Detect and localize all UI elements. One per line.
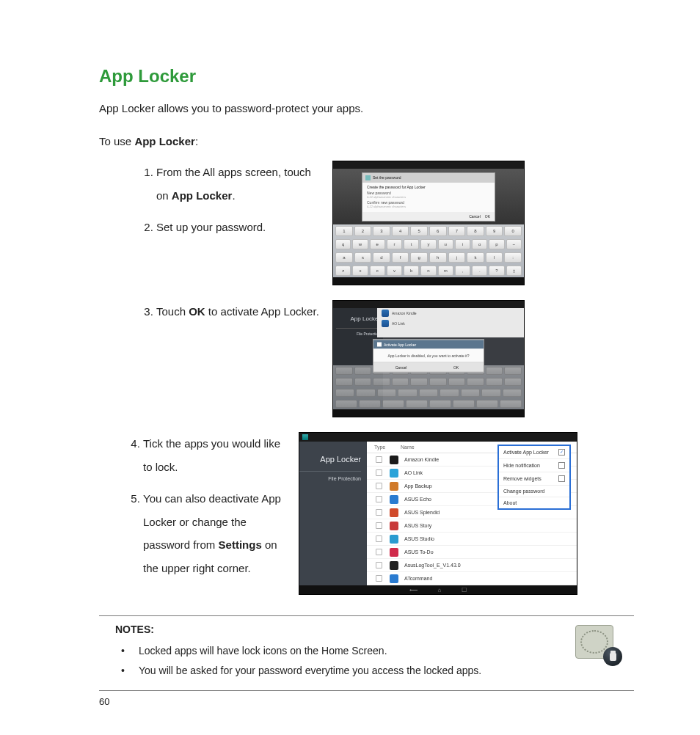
- checkbox-icon[interactable]: [558, 462, 565, 469]
- app-icon: [390, 561, 398, 570]
- dlg-title: Activate App Locker: [384, 343, 416, 347]
- cancel-button[interactable]: Cancel: [373, 363, 429, 372]
- app-checkbox[interactable]: [376, 575, 382, 582]
- app-icon: [390, 548, 398, 557]
- step-3: Touch OK to activate App Locker.: [156, 300, 319, 323]
- step1-bold: App Locker: [172, 189, 233, 202]
- lead-text: To use App Locker:: [99, 135, 634, 147]
- keyboard-key[interactable]: .: [472, 266, 487, 276]
- keyboard-key[interactable]: d: [373, 252, 390, 263]
- table-row[interactable]: AsusLogTool_E_V1.43.0: [367, 559, 577, 572]
- keyboard-key[interactable]: q: [335, 239, 351, 249]
- sidebar-subtitle: File Protection: [336, 328, 380, 336]
- keyboard-key[interactable]: 4: [392, 226, 409, 236]
- menu-hide-notification[interactable]: Hide notification: [499, 459, 569, 472]
- app-name: App Backup: [404, 483, 432, 489]
- step3-bold: OK: [189, 305, 205, 318]
- keyboard-key[interactable]: 8: [467, 226, 484, 236]
- back-icon[interactable]: ⟵: [409, 587, 418, 593]
- keyboard-key[interactable]: t: [404, 239, 419, 249]
- menu-change-password[interactable]: Change password: [499, 486, 569, 497]
- keyboard-key[interactable]: o: [472, 239, 487, 249]
- keyboard-key[interactable]: 0: [504, 226, 522, 236]
- keyboard-key[interactable]: z: [335, 266, 351, 276]
- keyboard-key[interactable]: n: [420, 266, 436, 276]
- menu-activate-app-locker[interactable]: Activate App Locker✓: [499, 446, 569, 459]
- keyboard-key[interactable]: h: [429, 252, 447, 263]
- menu-remove-widgets[interactable]: Remove widgets: [499, 472, 569, 486]
- on-screen-keyboard[interactable]: 1234567890 qwertyuiop~ asdfghjkl: zxcvbn…: [333, 224, 524, 277]
- step-1: From the All apps screen, touch on App L…: [156, 161, 319, 207]
- keyboard-key[interactable]: ~: [506, 239, 522, 249]
- screenshot-app-list: App Locker File Protection Type Name Ama…: [299, 432, 577, 595]
- keyboard-key[interactable]: 7: [448, 226, 466, 236]
- list-item: Amazon Kindle: [392, 311, 417, 315]
- keyboard-key[interactable]: s: [354, 252, 372, 263]
- cancel-button[interactable]: Cancel: [469, 214, 481, 219]
- page-number: 60: [99, 696, 109, 707]
- step5-bold: Settings: [219, 538, 262, 551]
- step3-post: to activate App Locker.: [205, 305, 319, 318]
- keyboard-key[interactable]: x: [352, 266, 368, 276]
- app-checkbox[interactable]: [376, 562, 382, 568]
- app-checkbox[interactable]: [376, 535, 382, 542]
- table-row[interactable]: ASUS Studio: [367, 533, 577, 546]
- keyboard-key[interactable]: b: [404, 266, 419, 276]
- new-password-hint: 4-12 alphanumeric characters: [367, 195, 490, 199]
- app-icon: [382, 320, 389, 327]
- lock-icon: [365, 175, 371, 180]
- app-checkbox[interactable]: [376, 522, 382, 529]
- app-icon: [390, 495, 398, 504]
- keyboard-key[interactable]: ?: [489, 266, 504, 276]
- app-checkbox[interactable]: [376, 469, 382, 476]
- sidebar-title: App Locker: [336, 315, 380, 322]
- keyboard-key[interactable]: y: [420, 239, 436, 249]
- home-icon[interactable]: [302, 434, 308, 440]
- keyboard-key[interactable]: w: [352, 239, 368, 249]
- app-icon: [390, 482, 398, 491]
- step-4: Tick the apps you would like to lock.: [143, 432, 290, 478]
- keyboard-key[interactable]: a: [335, 252, 353, 263]
- keyboard-key[interactable]: v: [387, 266, 402, 276]
- keyboard-key[interactable]: c: [370, 266, 385, 276]
- keyboard-key[interactable]: r: [387, 239, 402, 249]
- keyboard-key[interactable]: i: [455, 239, 470, 249]
- keyboard-key[interactable]: p: [489, 239, 504, 249]
- lead-pre: To use: [99, 135, 134, 147]
- dlg-title: Set the password: [373, 175, 401, 180]
- ok-button[interactable]: OK: [485, 214, 490, 219]
- keyboard-key[interactable]: j: [448, 252, 466, 263]
- checkbox-icon[interactable]: [558, 475, 565, 482]
- app-checkbox[interactable]: [376, 456, 382, 463]
- keyboard-key[interactable]: u: [438, 239, 453, 249]
- section-title: App Locker: [99, 66, 634, 87]
- keyboard-key[interactable]: 6: [429, 226, 447, 236]
- keyboard-key[interactable]: 1: [335, 226, 353, 236]
- home-nav-icon[interactable]: ⌂: [438, 587, 442, 593]
- keyboard-key[interactable]: l: [486, 252, 503, 263]
- keyboard-key[interactable]: 5: [410, 226, 428, 236]
- keyboard-key[interactable]: :: [504, 252, 522, 263]
- table-row[interactable]: ATcommand: [367, 572, 577, 585]
- recent-icon[interactable]: ☐: [462, 587, 467, 593]
- keyboard-key[interactable]: m: [438, 266, 453, 276]
- keyboard-key[interactable]: g: [410, 252, 428, 263]
- keyboard-key[interactable]: f: [392, 252, 409, 263]
- ok-button[interactable]: OK: [429, 363, 484, 372]
- table-row[interactable]: ASUS Story: [367, 519, 577, 533]
- keyboard-key[interactable]: ⇧: [506, 266, 522, 276]
- sidebar-item-file-protection[interactable]: File Protection: [299, 471, 361, 481]
- table-row[interactable]: ASUS To-Do: [367, 546, 577, 559]
- app-checkbox[interactable]: [376, 549, 382, 555]
- keyboard-key[interactable]: 9: [486, 226, 503, 236]
- app-checkbox[interactable]: [376, 483, 382, 489]
- keyboard-key[interactable]: ,: [455, 266, 470, 276]
- app-checkbox[interactable]: [376, 509, 382, 516]
- keyboard-key[interactable]: 3: [373, 226, 390, 236]
- keyboard-key[interactable]: e: [370, 239, 385, 249]
- checkbox-icon[interactable]: ✓: [558, 449, 565, 456]
- keyboard-key[interactable]: 2: [354, 226, 372, 236]
- menu-about[interactable]: About: [499, 497, 569, 508]
- keyboard-key[interactable]: k: [467, 252, 484, 263]
- app-checkbox[interactable]: [376, 496, 382, 502]
